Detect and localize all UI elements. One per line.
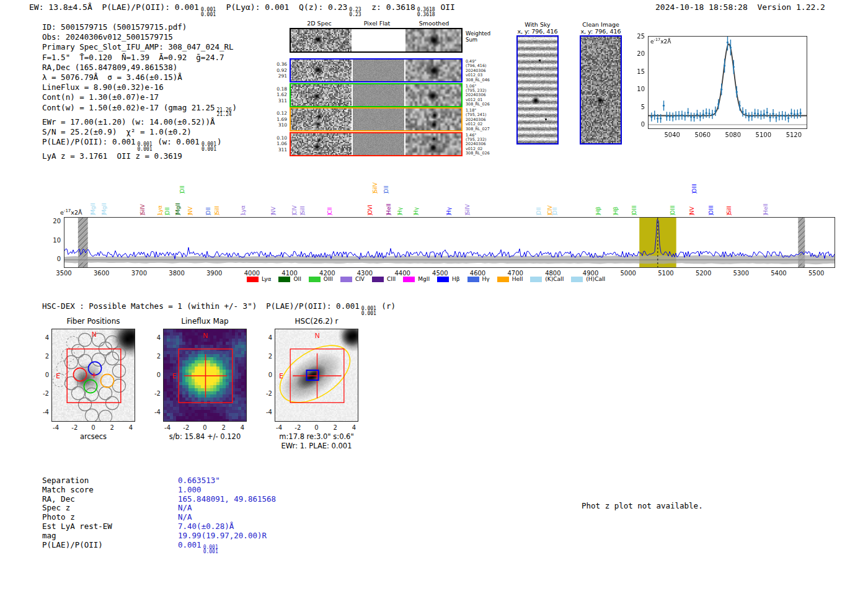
panel-xlabel: arcsecs — [80, 432, 107, 441]
panel-x-tick: 2 — [222, 424, 226, 431]
stacked-fraction: 0.36180.3618 — [417, 7, 435, 17]
spec2d-row-right-label: 1.46"(795, 232)20240306v012_02308_RL_026 — [466, 133, 490, 156]
sky-panel-subtitle: x, y: 796, 416 — [580, 28, 621, 35]
inset-y-tick: 15 — [630, 68, 645, 75]
spec2d-row-right-label: 1.06"(795, 232)20240306v012_01308_RL_026 — [466, 84, 490, 107]
report-meta: 2024-10-18 18:58:28 Version 1.22.2 — [655, 2, 825, 12]
spec2d-row — [290, 28, 463, 53]
spectrum-x-tick: 5400 — [771, 270, 786, 277]
stack-bottom: 0.3618 — [417, 12, 435, 17]
legend-swatch — [571, 277, 583, 282]
legend-item: OII — [278, 276, 301, 282]
text-token: OII — [436, 2, 455, 12]
left-label-line: 1.69 — [273, 117, 287, 123]
legend-swatch — [278, 277, 290, 282]
text-token: ) — [232, 103, 237, 112]
panel-y-tick: -2 — [35, 390, 49, 397]
spectral-line-brace: { — [613, 213, 618, 216]
legend-item: CIV — [340, 276, 365, 282]
text-token: LineFlux = 8.90(±0.32)e-16 — [42, 82, 164, 92]
stack-bottom: 21.24 — [216, 112, 231, 117]
spectral-line-brace: { — [372, 191, 378, 194]
spectrum-x-tick: 5300 — [733, 270, 749, 277]
legend-item: CIII — [372, 276, 396, 282]
spec2d-row-left-label: 0.181.62311 — [273, 86, 287, 104]
text-token: Primary Spec_Slot_IFU_AMP: 308_047_024_R… — [42, 42, 234, 51]
spectrum-y-tick: 10 — [46, 237, 61, 244]
legend-label: OII — [293, 276, 301, 282]
info-line: F=1.5" T̄=0.120 N̄=1.39 Ā=0.92 ḡ=24.7 — [42, 53, 237, 63]
left-label-line: 0.18 — [273, 86, 287, 92]
stacked-fraction: 0.0010.001 — [203, 545, 218, 554]
legend-label: MgII — [418, 276, 430, 282]
smoothed-image — [405, 109, 461, 130]
panel-x-tick: 4 — [129, 424, 133, 431]
match-table-value: N/A — [178, 513, 192, 522]
panel-x-tick: 0 — [91, 424, 95, 431]
match-table-label: Est LyA rest-EW — [42, 522, 178, 531]
spectral-line-brace: { — [101, 213, 107, 216]
text-token: Obs: 20240306v012_5001579715 — [42, 32, 173, 42]
panel-y-tick: -2 — [259, 390, 272, 397]
left-label-line: 1.06 — [273, 141, 287, 147]
legend-label: Hγ — [482, 276, 490, 282]
legend-swatch — [247, 277, 259, 282]
match-table-value: N/A — [178, 504, 192, 513]
sky-panel-title: Clean Image — [582, 21, 619, 28]
spectrum-x-tick: 5500 — [808, 270, 824, 277]
inset-x-tick: 5040 — [664, 131, 680, 138]
spec2d-row — [290, 132, 463, 156]
inset-y-tick: 10 — [630, 86, 645, 92]
text-token: 19.99(19.97,20.00)R — [178, 531, 267, 540]
full-spectrum-axes — [64, 217, 835, 268]
spectral-line-brace: { — [692, 191, 698, 194]
text-token: P(LAE)/P(OII): 0.001 — [42, 137, 136, 146]
stack-bottom: 0.23 — [349, 12, 361, 17]
panel-y-tick: 4 — [35, 334, 49, 341]
smoothed-image — [405, 60, 461, 81]
panel-y-tick: -4 — [35, 409, 49, 415]
spectral-line-brace: { — [299, 213, 305, 216]
inset-x-tick: 5060 — [695, 131, 711, 138]
spectrum-units-label: e-17x2Å — [60, 208, 82, 216]
spectral-line-brace: { — [175, 213, 180, 216]
legend-label: CIII — [387, 276, 396, 282]
spec2d-image — [291, 29, 352, 51]
stack-bottom: 0.001 — [201, 12, 216, 17]
match-table-row: mag19.99(19.97,20.00)R — [42, 531, 276, 541]
panel-x-tick: -4 — [276, 424, 282, 431]
report-version: Version 1.22.2 — [757, 2, 825, 12]
pixel-flat-image — [353, 60, 404, 81]
spec2d-image — [291, 109, 352, 130]
spectral-line-brace: { — [291, 213, 297, 216]
sky-panel-subtitle: x, y: 796, 416 — [517, 28, 557, 35]
spec2d-row-left-label: 0.101.06311 — [273, 135, 287, 153]
report-timestamp: 2024-10-18 18:58:28 — [655, 2, 748, 12]
right-label-line: 308_RL_027 — [466, 127, 490, 131]
match-table-value: 0.663513" — [178, 476, 220, 486]
match-table-label: Spec z — [42, 504, 178, 513]
panel-y-tick: 2 — [259, 353, 272, 360]
match-table-value: 19.99(19.97,20.00)R — [178, 531, 267, 541]
match-table-row: Photo zN/A — [42, 513, 276, 522]
spectral-line-brace: { — [552, 213, 557, 216]
panel-title: Fiber Positions — [66, 317, 120, 326]
panel-x-tick: -2 — [71, 424, 78, 431]
panel-xlabel: m:17.8 re:3.0" s:0.6" — [279, 432, 353, 441]
info-line: Cont(n) = 1.30(±0.07)e-17 — [42, 92, 237, 102]
legend-swatch — [309, 277, 321, 282]
text-token: (w: 0.001 — [153, 137, 200, 146]
legend-item: (H)CaII — [571, 276, 605, 282]
match-table-row: RA, Dec165.848091, 49.861568 — [42, 495, 276, 504]
match-table-value: 7.40(±0.28)Å — [178, 522, 234, 531]
inset-units-label: e-17x2Å — [650, 37, 671, 45]
panel-x-tick: 2 — [334, 424, 337, 431]
info-line: RA,Dec (165.847809,49.861538) — [42, 63, 237, 73]
info-line: ID: 5001579715 (5001579715.pdf) — [42, 22, 237, 32]
text-token: 165.848091, 49.861568 — [178, 494, 276, 504]
legend-item: HeII — [497, 276, 523, 282]
spectral-line-brace: { — [413, 213, 418, 216]
smoothed-image — [405, 29, 461, 51]
legend-swatch — [467, 277, 479, 282]
spectral-line-brace: { — [595, 213, 601, 216]
